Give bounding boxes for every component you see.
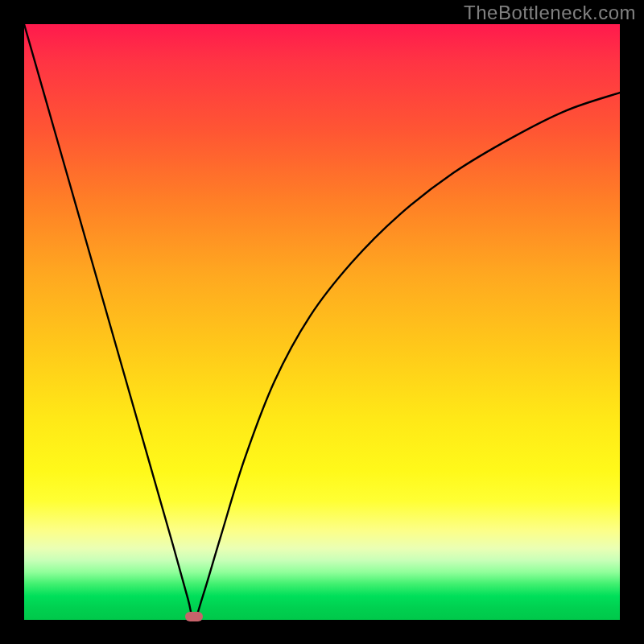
curve-svg [24, 24, 620, 620]
plot-area [24, 24, 620, 620]
watermark-text: TheBottleneck.com [464, 2, 636, 24]
chart-frame: TheBottleneck.com [0, 0, 644, 644]
bottleneck-curve [24, 24, 620, 620]
minimum-marker [185, 612, 203, 621]
